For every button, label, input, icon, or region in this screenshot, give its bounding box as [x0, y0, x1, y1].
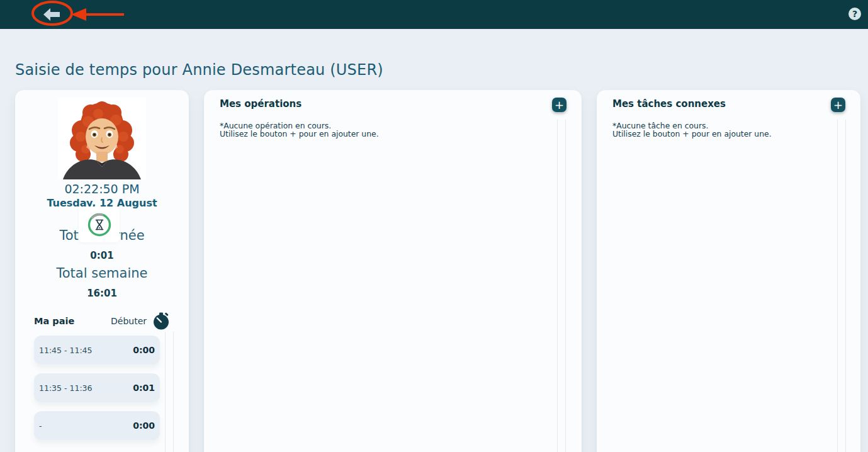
pay-entry-range: 11:35 - 11:36: [39, 383, 93, 393]
profile-time-card: 02:22:50 PM Tuesday, 12 August Total jou…: [15, 90, 189, 452]
pay-entry-row[interactable]: 11:45 - 11:45 0:00: [34, 336, 160, 364]
total-week-label: Total semaine: [15, 266, 189, 281]
add-operation-button[interactable]: +: [552, 98, 566, 112]
pay-entry-row[interactable]: - 0:00: [34, 411, 160, 440]
pay-section-header: Ma paie Débuter: [34, 312, 170, 331]
tasks-panel: Mes tâches connexes + *Aucune tâche en c…: [597, 90, 860, 452]
start-timer-button[interactable]: Débuter: [111, 312, 170, 330]
add-task-button[interactable]: +: [831, 98, 845, 112]
pay-list-scroll-track: [165, 332, 174, 452]
current-time: 02:22:50 PM: [15, 182, 189, 196]
hourglass-spinner-icon: [86, 212, 113, 238]
pay-entry-duration: 0:00: [133, 421, 155, 431]
tasks-empty-message: *Aucune tâche en cours. Utilisez le bout…: [612, 122, 772, 138]
pay-entry-duration: 0:01: [133, 383, 155, 393]
operations-panel: Mes opérations + *Aucune opération en co…: [204, 90, 582, 452]
pay-entry-row[interactable]: 11:35 - 11:36 0:01: [34, 373, 160, 402]
page-title: Saisie de temps pour Annie Desmarteau (U…: [15, 61, 383, 79]
start-timer-label: Débuter: [111, 316, 147, 326]
tasks-title: Mes tâches connexes: [612, 98, 726, 110]
tasks-scroll-track: [837, 120, 846, 452]
help-button[interactable]: ?: [848, 8, 861, 20]
back-button[interactable]: [43, 8, 61, 21]
avatar: [58, 98, 146, 179]
pay-entry-duration: 0:00: [133, 345, 155, 355]
operations-title: Mes opérations: [220, 98, 302, 110]
operations-empty-line2: Utilisez le bouton + pour en ajouter une…: [220, 130, 379, 138]
loading-spinner: [79, 206, 120, 242]
tasks-empty-line2: Utilisez le bouton + pour en ajouter une…: [612, 130, 772, 138]
pay-entry-range: 11:45 - 11:45: [39, 346, 93, 355]
back-arrow-icon: [43, 8, 61, 21]
pay-entry-range: -: [39, 421, 42, 431]
operations-scroll-track: [557, 120, 566, 452]
operations-empty-message: *Aucune opération en cours. Utilisez le …: [220, 122, 379, 138]
top-bar: ?: [0, 0, 868, 29]
stopwatch-icon: [152, 312, 170, 330]
total-week-value: 16:01: [15, 288, 189, 299]
pay-section-title: Ma paie: [34, 316, 74, 326]
total-day-value: 0:01: [15, 250, 189, 261]
